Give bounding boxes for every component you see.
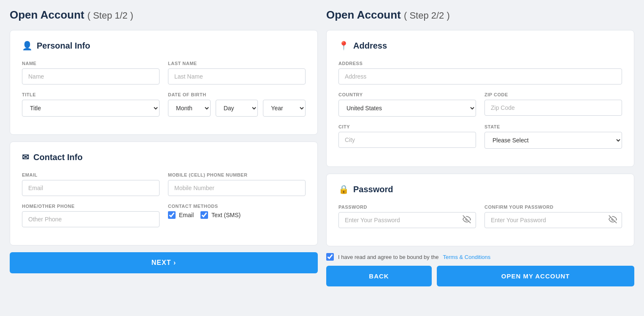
zip-input[interactable]	[484, 100, 622, 116]
left-title: Open Account ( Step 1/2 )	[10, 8, 318, 22]
back-button[interactable]: BACK	[326, 266, 432, 286]
email-icon: ✉	[22, 152, 29, 162]
last-name-input[interactable]	[168, 68, 306, 84]
person-icon: 👤	[22, 41, 32, 51]
password-eye-icon[interactable]	[463, 215, 471, 226]
terms-row: I have read and agree to be bound by the…	[326, 253, 634, 261]
title-select[interactable]: Title Mr. Mrs. Ms. Dr.	[22, 100, 160, 117]
password-group: PASSWORD	[338, 204, 476, 228]
dob-group: DATE OF BIRTH Month JanuaryFebruaryMarch…	[168, 92, 306, 117]
home-phone-group: HOME/OTHER PHONE	[22, 204, 160, 227]
sms-check-label: Text (SMS)	[211, 212, 241, 218]
contact-info-title: ✉ Contact Info	[22, 152, 306, 162]
mobile-label: MOBILE (CELL) PHONE NUMBER	[168, 172, 306, 177]
confirm-password-label: CONFIRM YOUR PASSWORD	[484, 204, 622, 210]
next-button[interactable]: NEXT ›	[10, 252, 318, 273]
state-label: STATE	[484, 124, 622, 129]
title-group: TITLE Title Mr. Mrs. Ms. Dr.	[22, 92, 160, 117]
address-card: 📍 Address ADDRESS COUNTRY United States …	[326, 30, 634, 167]
confirm-password-group: CONFIRM YOUR PASSWORD	[484, 204, 622, 228]
email-checkbox-item[interactable]: Email	[168, 211, 194, 219]
name-input[interactable]	[22, 68, 160, 84]
dob-label: DATE OF BIRTH	[168, 92, 306, 97]
dob-selects: Month JanuaryFebruaryMarch AprilMayJune …	[168, 100, 306, 117]
zip-label: Zip Code	[484, 92, 622, 97]
mobile-group: MOBILE (CELL) PHONE NUMBER	[168, 172, 306, 196]
password-input-wrapper	[338, 212, 476, 228]
password-input[interactable]	[338, 212, 476, 228]
confirm-eye-icon[interactable]	[609, 215, 617, 226]
name-row: NAME LAST NAME	[22, 61, 306, 84]
city-state-row: CITY STATE Please Select AlabamaAlaskaAr…	[338, 124, 622, 149]
day-select[interactable]: Day 1234 5678 9101112 13141516 17181920 …	[216, 100, 258, 117]
mobile-input[interactable]	[168, 180, 306, 196]
personal-info-title: 👤 Personal Info	[22, 41, 306, 51]
personal-info-card: 👤 Personal Info NAME LAST NAME TITLE Tit…	[10, 30, 318, 135]
terms-text: I have read and agree to be bound by the	[338, 254, 439, 260]
action-buttons: BACK OPEN MY ACCOUNT	[326, 266, 634, 286]
confirm-password-input[interactable]	[484, 212, 622, 228]
email-checkbox[interactable]	[168, 211, 176, 219]
terms-checkbox[interactable]	[326, 253, 334, 261]
last-name-group: LAST NAME	[168, 61, 306, 84]
contact-methods-group: CONTACT METHODS Email Text (SMS)	[168, 204, 306, 227]
state-select[interactable]: Please Select AlabamaAlaskaArizona Calif…	[484, 132, 622, 149]
open-account-button[interactable]: OPEN MY ACCOUNT	[437, 266, 634, 286]
day-group: Day 1234 5678 9101112 13141516 17181920 …	[216, 100, 258, 117]
location-icon: 📍	[338, 41, 349, 51]
password-label: PASSWORD	[338, 204, 476, 210]
city-label: CITY	[338, 124, 476, 129]
country-label: COUNTRY	[338, 92, 476, 97]
country-select[interactable]: United States Canada United Kingdom	[338, 100, 476, 117]
password-row: PASSWORD CONFIRM YOUR PASSWORD	[338, 204, 622, 228]
name-label: NAME	[22, 61, 160, 66]
title-dob-row: TITLE Title Mr. Mrs. Ms. Dr. DATE OF BIR…	[22, 92, 306, 117]
contact-methods-label: CONTACT METHODS	[168, 204, 306, 209]
terms-link[interactable]: Terms & Conditions	[443, 254, 491, 260]
sms-checkbox-item[interactable]: Text (SMS)	[200, 211, 241, 219]
zip-group: Zip Code	[484, 92, 622, 117]
email-check-label: Email	[179, 212, 194, 218]
email-mobile-row: EMAIL MOBILE (CELL) PHONE NUMBER	[22, 172, 306, 196]
month-select[interactable]: Month JanuaryFebruaryMarch AprilMayJune …	[168, 100, 211, 117]
last-name-label: LAST NAME	[168, 61, 306, 66]
home-phone-label: HOME/OTHER PHONE	[22, 204, 160, 209]
email-label: EMAIL	[22, 172, 160, 177]
right-title: Open Account ( Step 2/2 )	[326, 8, 634, 22]
home-phone-input[interactable]	[22, 211, 160, 227]
password-card: 🔒 Password PASSWORD	[326, 174, 634, 246]
left-column: Open Account ( Step 1/2 ) 👤 Personal Inf…	[10, 8, 318, 286]
year-select[interactable]: Year	[263, 100, 306, 117]
city-input[interactable]	[338, 132, 476, 148]
country-group: COUNTRY United States Canada United King…	[338, 92, 476, 117]
address-input[interactable]	[338, 68, 622, 84]
city-group: CITY	[338, 124, 476, 149]
contact-checkboxes: Email Text (SMS)	[168, 211, 306, 219]
month-group: Month JanuaryFebruaryMarch AprilMayJune …	[168, 100, 211, 117]
lock-icon: 🔒	[338, 184, 349, 194]
password-title: 🔒 Password	[338, 184, 622, 194]
country-zip-row: COUNTRY United States Canada United King…	[338, 92, 622, 117]
address-title: 📍 Address	[338, 41, 622, 51]
contact-info-card: ✉ Contact Info EMAIL MOBILE (CELL) PHONE…	[10, 142, 318, 245]
year-group: Year	[263, 100, 306, 117]
email-group: EMAIL	[22, 172, 160, 196]
email-input[interactable]	[22, 180, 160, 196]
name-group: NAME	[22, 61, 160, 84]
confirm-password-input-wrapper	[484, 212, 622, 228]
address-group: ADDRESS	[338, 61, 622, 84]
sms-checkbox[interactable]	[200, 211, 208, 219]
right-column: Open Account ( Step 2/2 ) 📍 Address ADDR…	[326, 8, 634, 286]
phone-methods-row: HOME/OTHER PHONE CONTACT METHODS Email T…	[22, 204, 306, 227]
title-label: TITLE	[22, 92, 160, 97]
address-label: ADDRESS	[338, 61, 622, 66]
state-group: STATE Please Select AlabamaAlaskaArizona…	[484, 124, 622, 149]
